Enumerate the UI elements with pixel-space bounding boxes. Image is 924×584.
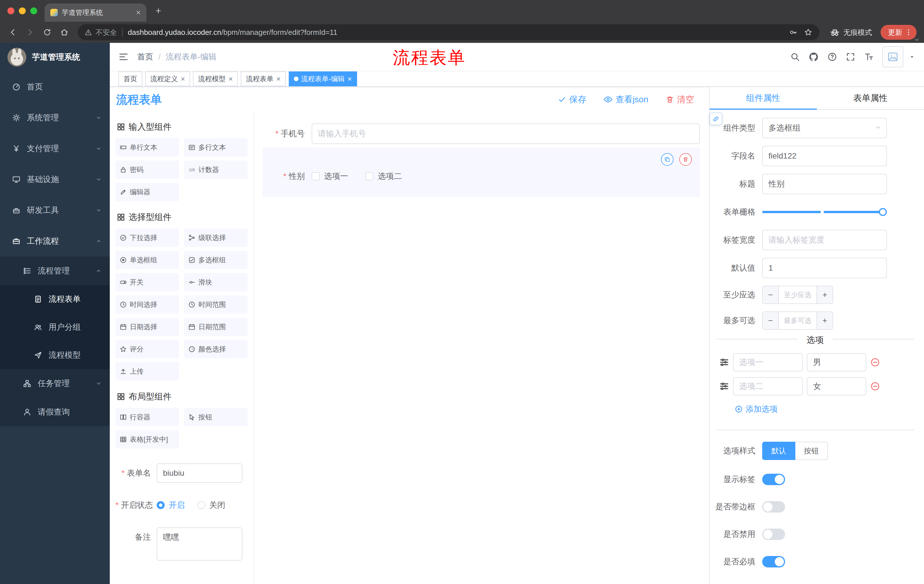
tag-process-form[interactable]: 流程表单 × — [241, 71, 285, 86]
increase-button[interactable]: + — [817, 312, 833, 329]
close-icon[interactable]: × — [228, 75, 233, 82]
sidebar-item-user-group[interactable]: 用户分组 — [0, 313, 110, 341]
address-bar[interactable]: 不安全 dashboard.yudao.iocoder.cn /bpm/mana… — [78, 24, 819, 40]
sidebar-item-system[interactable]: 系统管理 — [0, 102, 110, 133]
component-item[interactable]: 上传 — [116, 362, 179, 380]
component-item[interactable]: 滑块 — [184, 273, 248, 291]
delete-field-button[interactable] — [679, 153, 692, 166]
close-icon[interactable]: × — [348, 75, 352, 82]
field-gender-selected[interactable]: 性别 选项一 选项二 — [262, 147, 700, 197]
browser-tab[interactable]: 芋道管理系统 × — [45, 3, 146, 22]
component-type-select[interactable] — [762, 118, 887, 138]
add-option-button[interactable]: 添加选项 — [735, 402, 915, 416]
component-item[interactable]: 颜色选择 — [184, 340, 248, 358]
update-browser-button[interactable]: 更新 — [881, 25, 917, 40]
sidebar-item-leave-query[interactable]: 请假查询 — [0, 398, 110, 426]
component-item[interactable]: 级联选择 — [184, 229, 248, 247]
grid-slider[interactable] — [762, 202, 887, 222]
avatar[interactable] — [882, 46, 903, 67]
sidebar-item-pay[interactable]: 支付管理 — [0, 133, 110, 164]
sidebar-item-workflow[interactable]: 工作流程 — [0, 226, 110, 257]
field-name-input[interactable] — [762, 146, 887, 166]
style-button-button[interactable]: 按钮 — [795, 442, 828, 460]
component-item[interactable]: 编辑器 — [116, 183, 179, 201]
password-key-icon[interactable] — [789, 28, 798, 36]
component-item[interactable]: 开关 — [116, 273, 179, 291]
show-label-switch[interactable] — [762, 474, 785, 485]
minimize-window-button[interactable] — [19, 7, 26, 14]
option1-value-input[interactable] — [807, 353, 866, 372]
tag-process-definition[interactable]: 流程定义 × — [145, 71, 190, 86]
zoom-window-button[interactable] — [30, 7, 37, 14]
font-size-icon[interactable] — [864, 52, 874, 62]
component-item[interactable]: 日期选择 — [116, 318, 179, 336]
component-item[interactable]: 单选框组 — [116, 251, 179, 269]
tab-component-props[interactable]: 组件属性 — [710, 87, 817, 109]
tag-home[interactable]: 首页 — [118, 71, 142, 86]
component-item[interactable]: 多行文本 — [184, 138, 248, 156]
title-input[interactable] — [762, 174, 887, 194]
component-item[interactable]: 日期范围 — [184, 318, 248, 336]
drag-handle-icon[interactable] — [719, 382, 729, 391]
sidebar-item-process-management[interactable]: 流程管理 — [0, 257, 110, 285]
help-icon[interactable] — [827, 52, 837, 62]
tag-process-form-edit[interactable]: 流程表单-编辑 × — [289, 71, 357, 86]
new-tab-button[interactable]: + — [155, 6, 161, 15]
label-width-input[interactable] — [762, 230, 887, 250]
view-json-button[interactable]: 查看json — [604, 94, 648, 105]
checkbox-option-1[interactable]: 选项一 — [312, 171, 348, 182]
github-icon[interactable] — [808, 52, 819, 62]
radio-disabled[interactable]: 关闭 — [197, 500, 225, 511]
fullscreen-icon[interactable] — [846, 52, 855, 62]
close-window-button[interactable] — [7, 7, 14, 14]
remove-option-icon[interactable] — [870, 382, 880, 391]
duplicate-field-button[interactable] — [661, 153, 673, 166]
search-icon[interactable] — [790, 52, 800, 62]
component-item[interactable]: 行容器 — [116, 408, 179, 426]
remove-option-icon[interactable] — [870, 357, 880, 367]
increase-button[interactable]: + — [817, 286, 833, 303]
component-item[interactable]: 密码 — [116, 161, 179, 179]
breadcrumb-home[interactable]: 首页 — [137, 51, 153, 62]
forward-button[interactable] — [22, 25, 38, 40]
checkbox-option-2[interactable]: 选项二 — [365, 171, 402, 182]
component-item[interactable]: 评分 — [116, 340, 179, 358]
radio-enabled[interactable]: 开启 — [157, 500, 185, 511]
tag-process-model[interactable]: 流程模型 × — [193, 71, 238, 86]
decrease-button[interactable]: − — [763, 312, 779, 329]
tab-close-icon[interactable]: × — [136, 8, 141, 16]
component-item[interactable]: 多选框组 — [184, 251, 248, 269]
app-logo[interactable]: 芋道管理系统 — [0, 43, 110, 71]
phone-input[interactable] — [312, 123, 700, 144]
link-button[interactable] — [710, 113, 722, 125]
sidebar-item-process-form[interactable]: 流程表单 — [0, 285, 110, 313]
component-item[interactable]: 时间范围 — [184, 295, 248, 314]
tab-form-props[interactable]: 表单属性 — [817, 87, 924, 109]
required-switch[interactable] — [762, 556, 785, 568]
component-item[interactable]: 表格[开发中] — [116, 430, 179, 449]
drag-handle-icon[interactable] — [719, 357, 729, 367]
sidebar-item-home[interactable]: 首页 — [0, 71, 110, 102]
clear-button[interactable]: 清空 — [665, 94, 694, 105]
style-default-button[interactable]: 默认 — [762, 442, 795, 460]
close-icon[interactable]: × — [181, 75, 185, 82]
security-label[interactable]: 不安全 — [96, 28, 117, 37]
caret-down-icon[interactable] — [909, 53, 916, 60]
back-button[interactable] — [5, 25, 21, 40]
min-select-input[interactable] — [779, 286, 817, 303]
bookmark-star-icon[interactable] — [804, 28, 812, 36]
max-select-input[interactable] — [779, 312, 817, 329]
decrease-button[interactable]: − — [763, 286, 779, 303]
remark-textarea[interactable]: 嘿嘿 — [157, 527, 243, 561]
option2-value-input[interactable] — [807, 377, 866, 395]
border-switch[interactable] — [762, 501, 785, 513]
chevron-down-icon[interactable] — [914, 36, 920, 43]
component-item[interactable]: 计数器 — [184, 161, 248, 179]
close-icon[interactable]: × — [276, 75, 280, 82]
component-item[interactable]: 单行文本 — [116, 138, 179, 156]
component-item[interactable]: 时间选择 — [116, 295, 179, 314]
disabled-switch[interactable] — [762, 528, 785, 540]
slider-handle[interactable] — [879, 208, 887, 216]
option2-label-input[interactable] — [733, 377, 803, 395]
kebab-menu-icon[interactable] — [904, 28, 912, 36]
